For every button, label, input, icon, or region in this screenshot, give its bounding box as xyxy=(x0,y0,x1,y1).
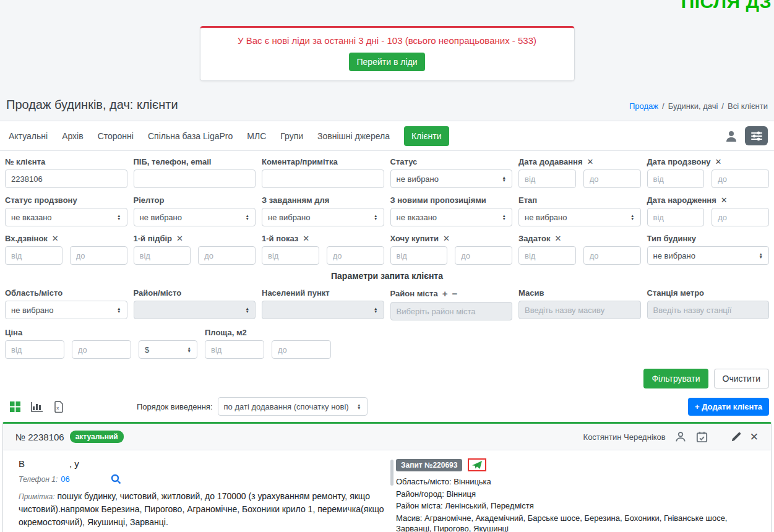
comment-label: Коментар/примітка xyxy=(262,157,338,166)
grid-view-icon[interactable] xyxy=(10,401,20,412)
user-icon[interactable] xyxy=(724,129,739,144)
first-selection-to-input[interactable] xyxy=(198,246,256,265)
comment-input[interactable] xyxy=(262,169,384,188)
realtor-select[interactable]: не вибрано ▲▼ xyxy=(134,208,256,226)
page-title: Продаж будинків, дач: клієнти xyxy=(6,98,178,112)
incoming-call-from-input[interactable] xyxy=(5,246,62,265)
after-call-cut-banner: ПІСЛЯ ДЗ xyxy=(681,0,772,12)
call-status-select[interactable]: не вказано ▲▼ xyxy=(5,208,127,226)
field-date-call: Дата продзвону✕ xyxy=(647,156,770,188)
settlement-label: Населений пункт xyxy=(262,288,330,298)
note-label: Примітка: xyxy=(19,492,55,501)
close-client-icon[interactable]: ✕ xyxy=(750,431,759,444)
date-added-to-input[interactable] xyxy=(583,169,641,188)
clear-date-added-icon[interactable]: ✕ xyxy=(587,157,594,166)
request-details: Область/місто: Вінницька Район/город: Ві… xyxy=(396,477,759,532)
field-comment: Коментар/примітка xyxy=(262,156,384,188)
tab-bar: Актуальні Архів Сторонні Спільна база Li… xyxy=(0,121,774,151)
house-type-select[interactable]: не вибрано ▲▼ xyxy=(647,246,770,265)
clear-birth-date-icon[interactable]: ✕ xyxy=(721,195,728,205)
field-status: Статус не вибрано ▲▼ xyxy=(390,156,513,188)
client-no-input[interactable] xyxy=(5,169,127,188)
calendar-task-icon[interactable] xyxy=(695,431,708,444)
field-metro: Станція метро xyxy=(647,287,770,320)
field-client-no: № клієнта xyxy=(5,156,127,188)
breadcrumb: Продаж/Будинки, дачі/Всі клієнти xyxy=(629,101,768,111)
area-to-input[interactable] xyxy=(272,340,331,359)
select-caret-icon: ▲▼ xyxy=(374,214,377,221)
area-from-input[interactable] xyxy=(205,340,264,359)
clear-deposit-icon[interactable]: ✕ xyxy=(555,234,562,243)
pib-input[interactable] xyxy=(134,169,256,188)
note-text: пошук будинку, чистовий, житловий, до 17… xyxy=(19,491,384,527)
tab-storonni[interactable]: Сторонні xyxy=(98,131,134,141)
excel-export-icon[interactable]: x xyxy=(54,401,64,413)
field-price: Ціна xyxy=(5,327,131,359)
tab-mls[interactable]: МЛС xyxy=(247,131,266,141)
new-leads-alert: У Вас є нові ліди за останні 3 дні - 103… xyxy=(200,26,575,81)
first-selection-from-input[interactable] xyxy=(134,246,191,265)
currency-select[interactable]: $ ▲▼ xyxy=(139,340,197,359)
date-added-from-input[interactable] xyxy=(518,169,576,188)
add-city-district-icon[interactable]: + xyxy=(442,288,448,299)
date-call-from-input[interactable] xyxy=(647,169,705,188)
city-district-input xyxy=(390,302,513,320)
order-select[interactable]: по даті додавання (спочатку нові) ▲▼ xyxy=(218,397,368,416)
request-region: Область/місто: Вінницька xyxy=(396,477,759,487)
go-to-leads-button[interactable]: Перейти в ліди xyxy=(349,53,426,71)
tab-klienty-active[interactable]: Клієнти xyxy=(404,126,449,146)
field-first-selection: 1-й підбір✕ xyxy=(134,233,256,265)
field-city-district: Район міста+− xyxy=(390,287,513,320)
status-select[interactable]: не вибрано ▲▼ xyxy=(390,169,513,188)
filter-button[interactable]: Фільтрувати xyxy=(643,369,708,388)
task-for-select[interactable]: не вибрано ▲▼ xyxy=(262,208,384,226)
agent-profile-icon[interactable] xyxy=(674,430,687,444)
deposit-to-input[interactable] xyxy=(583,246,641,265)
first-showing-from-input[interactable] xyxy=(262,246,319,265)
city-district-label: Район міста xyxy=(390,289,438,298)
stage-select[interactable]: не вибрано ▲▼ xyxy=(518,208,641,226)
area-label: Площа, м2 xyxy=(205,328,247,337)
select-caret-icon: ▲▼ xyxy=(117,214,121,221)
clear-first-showing-icon[interactable]: ✕ xyxy=(303,234,309,243)
tab-arkhiv[interactable]: Архів xyxy=(62,131,84,141)
date-call-to-input[interactable] xyxy=(712,169,769,188)
incoming-call-to-input[interactable] xyxy=(70,246,127,265)
clear-want-buy-icon[interactable]: ✕ xyxy=(443,234,450,243)
tab-zovnishni-dzherela[interactable]: Зовнішні джерела xyxy=(317,131,390,141)
tab-spilna-baza[interactable]: Спільна база LigaPro xyxy=(148,131,233,141)
birth-date-from-input[interactable] xyxy=(647,208,705,226)
price-label: Ціна xyxy=(5,328,22,337)
birth-date-to-input[interactable] xyxy=(712,208,769,226)
clear-date-call-icon[interactable]: ✕ xyxy=(715,157,721,166)
status-badge: актуальний xyxy=(70,431,124,443)
phone-search-icon[interactable] xyxy=(111,474,121,484)
phone-line: Телефон 1: 06 xyxy=(19,474,390,484)
chart-view-icon[interactable] xyxy=(31,401,43,412)
sliders-icon xyxy=(750,131,763,141)
new-offers-select[interactable]: не вказано ▲▼ xyxy=(390,208,513,226)
field-first-showing: 1-й показ✕ xyxy=(262,233,384,265)
first-showing-to-input[interactable] xyxy=(327,246,384,265)
field-date-added: Дата додавання✕ xyxy=(518,156,641,188)
client-info-column: В, у Телефон 1: 06 Примітка: пошук будин… xyxy=(19,458,390,532)
deposit-from-input[interactable] xyxy=(518,246,576,265)
breadcrumb-link-prodazh[interactable]: Продаж xyxy=(629,101,658,111)
clear-incoming-call-icon[interactable]: ✕ xyxy=(52,234,59,243)
clear-first-selection-icon[interactable]: ✕ xyxy=(176,234,183,243)
tab-grupy[interactable]: Групи xyxy=(280,131,303,141)
clear-filters-button[interactable]: Очистити xyxy=(714,369,769,388)
region-city-select[interactable]: не вибрано ▲▼ xyxy=(5,301,127,319)
scrollbar-thumb[interactable] xyxy=(390,460,393,486)
add-client-button[interactable]: + Додати клієнта xyxy=(688,398,769,416)
filter-settings-button[interactable] xyxy=(745,126,768,145)
price-from-input[interactable] xyxy=(5,340,64,359)
telegram-send-icon[interactable] xyxy=(468,458,486,471)
price-to-input[interactable] xyxy=(72,340,131,359)
select-caret-icon: ▲▼ xyxy=(117,307,121,314)
remove-city-district-icon[interactable]: − xyxy=(452,288,457,299)
tab-aktualni[interactable]: Актуальні xyxy=(9,131,48,141)
want-buy-to-input[interactable] xyxy=(455,246,512,265)
edit-client-icon[interactable] xyxy=(730,431,742,443)
want-buy-from-input[interactable] xyxy=(390,246,448,265)
